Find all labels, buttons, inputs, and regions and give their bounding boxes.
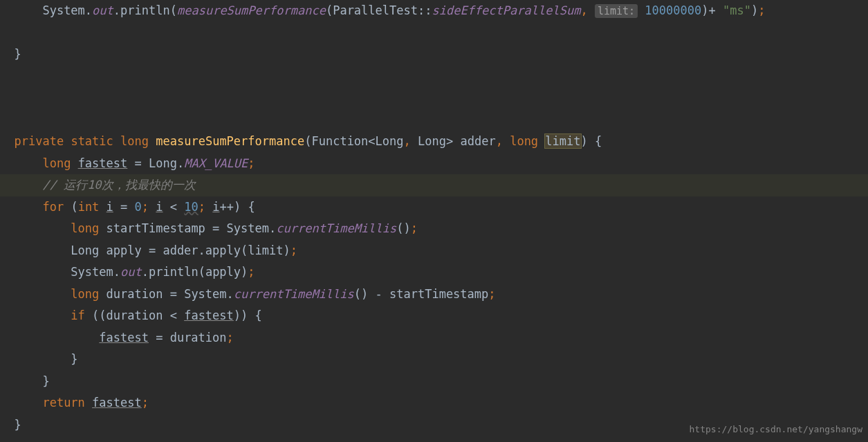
method-println: println [149,265,198,279]
keyword-long: long [120,134,149,148]
code-text: ((duration < [92,309,184,322]
class-ref: System [71,265,113,279]
var-fastest: fastest [99,331,149,344]
var-i: i [156,200,163,214]
method-name: measureSumPerformance [156,134,304,148]
keyword-long: long [71,221,99,235]
string-literal: "ms" [723,3,751,17]
static-field-out: out [120,265,142,279]
code-line[interactable]: System.out.println(measureSumPerformance… [0,0,868,22]
indent [0,134,14,148]
number-literal: 10000000 [645,3,701,17]
method-ref: sideEffectParallelSum [432,3,580,17]
code-line-return[interactable]: return fastest; [0,392,868,414]
method-currentTimeMillis: currentTimeMillis [276,221,396,235]
keyword-for: for [42,200,64,214]
code-editor[interactable]: System.out.println(measureSumPerformance… [0,0,868,436]
code-text: duration = System [107,287,227,301]
keyword-long: long [42,156,71,170]
code-line-empty[interactable] [0,87,868,109]
dot: . [85,3,92,17]
comma: , [580,3,594,17]
code-line-if[interactable]: if ((duration < fastest)) { [0,305,868,327]
code-line-empty[interactable] [0,109,868,131]
code-text: startTimestamp = System [107,221,269,235]
code-line[interactable]: } [0,44,868,66]
keyword-int: int [78,200,100,214]
code-line-empty[interactable] [0,22,868,44]
code-text: - startTimestamp [368,287,488,301]
operator: + [708,3,722,17]
var-fastest: fastest [78,156,128,170]
static-field: out [92,3,113,17]
dot: . [113,3,120,17]
number-literal-warning: 10 [184,200,198,214]
number-literal: 0 [135,200,142,214]
var-i: i [212,200,219,214]
code-text: Long apply = adder.apply(limit) [71,243,290,257]
method-currentTimeMillis: currentTimeMillis [234,287,354,301]
type: Long [418,134,446,148]
brace-close: } [0,352,78,366]
keyword-long: long [71,287,99,301]
method-name: println [120,3,170,17]
brace-close: } [0,374,50,388]
var-fastest: fastest [184,309,234,322]
keyword-return: return [42,396,84,409]
paren: ( [326,3,333,17]
var-i: i [107,200,113,214]
keyword-long: long [510,134,538,148]
code-line[interactable]: long startTimestamp = System.currentTime… [0,218,868,240]
class-ref: System [42,3,84,17]
constant-max-value: MAX_VALUE [184,156,248,170]
code-text [0,3,42,17]
brace: } [0,47,21,61]
param-limit-highlighted: limit [545,134,580,148]
paren: ( [170,3,177,17]
paren: ) [751,3,758,17]
code-line-for[interactable]: for (int i = 0; i < 10; i++) { [0,196,868,219]
type: Long [376,134,404,148]
semicolon: ; [758,3,765,17]
brace-close: } [0,418,21,432]
code-line-comment-highlighted[interactable]: // 运行10次，找最快的一次 [0,174,868,196]
code-line[interactable]: Long apply = adder.apply(limit); [0,240,868,262]
brace: { [588,134,602,148]
code-line-method-signature[interactable]: private static long measureSumPerformanc… [0,131,868,153]
code-line[interactable]: } [0,371,868,393]
space [638,3,645,17]
type: Function [311,134,368,148]
code-line[interactable]: fastest = duration; [0,327,868,349]
method-ref: measureSumPerformance [177,3,326,17]
comment: // 运行10次，找最快的一次 [42,178,195,192]
keyword-static: static [71,134,113,148]
paren: ( [304,134,311,148]
code-line[interactable]: long fastest = Long.MAX_VALUE; [0,153,868,175]
paren: ) [701,3,708,17]
keyword-private: private [14,134,64,148]
watermark-text: https://blog.csdn.net/yangshangw [690,418,862,441]
param: adder [460,134,495,148]
code-line[interactable]: System.out.println(apply); [0,261,868,284]
class-ref: ParallelTest [333,3,418,17]
operator: :: [418,3,432,17]
code-line[interactable]: } [0,349,868,371]
inline-param-hint: limit: [595,4,638,18]
keyword-if: if [71,309,84,322]
class-ref: Long [149,156,177,170]
code-line[interactable]: long duration = System.currentTimeMillis… [0,284,868,306]
code-text: = duration [149,331,227,344]
code-line-empty[interactable] [0,66,868,88]
var-fastest: fastest [92,396,142,409]
